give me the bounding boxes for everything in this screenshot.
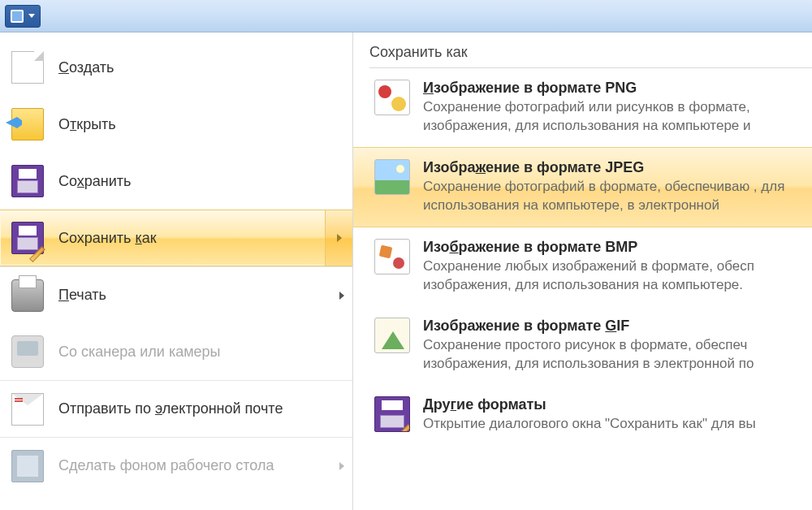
application-menu: Создать Открыть Сохранить Сохранить как … [0,32,812,510]
printer-icon [11,279,44,312]
menu-item-new[interactable]: Создать [0,39,352,96]
floppy-disk-pencil-icon [374,396,410,432]
option-desc: Сохранение простого рисунок в формате, о… [423,336,804,374]
file-menu-left: Создать Открыть Сохранить Сохранить как … [0,32,353,510]
floppy-disk-pencil-icon [11,222,44,254]
menu-item-email[interactable]: Отправить по электронной почте [0,380,352,437]
option-desc: Сохранение фотографий в формате, обеспеч… [423,178,804,215]
app-icon [11,10,24,23]
option-jpeg[interactable]: Изображение в формате JPEG Сохранение фо… [353,147,812,227]
option-other-formats[interactable]: Другие форматы Открытие диалогового окна… [369,385,812,445]
option-title: Изображение в формате PNG [423,80,804,97]
scanner-icon [11,335,44,368]
option-text: Изображение в формате PNG Сохранение фот… [423,80,804,136]
menu-item-scanner: Со сканера или камеры [0,323,352,380]
floppy-disk-icon [11,165,44,197]
open-folder-icon [11,108,44,140]
new-document-icon [11,51,44,84]
menu-label: Печать [58,287,341,304]
chevron-right-icon [339,292,344,300]
option-desc: Открытие диалогового окна "Сохранить как… [423,415,804,434]
option-title: Другие форматы [423,396,804,413]
envelope-icon [11,393,44,426]
option-desc: Сохранение любых изображений в формате, … [423,257,804,295]
quick-access-toolbar[interactable] [5,5,41,28]
option-desc: Сохранение фотографий или рисунков в фор… [423,98,804,136]
bmp-format-icon [374,239,410,274]
save-as-submenu: Сохранить как Изображение в формате PNG … [353,32,812,510]
option-text: Другие форматы Открытие диалогового окна… [423,396,804,434]
menu-label: Сохранить [58,173,341,190]
option-gif[interactable]: Изображение в формате GIF Сохранение про… [369,306,812,385]
option-title: Изображение в формате BMP [423,239,804,256]
png-format-icon [374,80,410,115]
option-bmp[interactable]: Изображение в формате BMP Сохранение люб… [369,227,812,306]
menu-label: Создать [58,59,341,76]
gif-format-icon [374,318,410,353]
menu-item-save[interactable]: Сохранить [0,153,352,210]
menu-label: Сохранить как [58,230,341,247]
option-text: Изображение в формате GIF Сохранение про… [423,318,804,374]
menu-item-print[interactable]: Печать [0,266,352,323]
chevron-right-icon [339,462,344,470]
chevron-right-icon [337,234,342,242]
option-text: Изображение в формате JPEG Сохранение фо… [423,159,804,215]
menu-item-save-as[interactable]: Сохранить как [0,210,352,266]
menu-label: Со сканера или камеры [58,344,341,361]
jpeg-format-icon [374,159,410,195]
desktop-wallpaper-icon [11,450,44,482]
menu-label: Отправить по электронной почте [58,400,341,417]
option-png[interactable]: Изображение в формате PNG Сохранение фот… [369,68,812,147]
menu-label: Открыть [58,116,341,133]
menu-item-wallpaper: Сделать фоном рабочего стола [0,437,352,494]
menu-label: Сделать фоном рабочего стола [58,457,341,474]
option-title: Изображение в формате GIF [423,318,804,335]
submenu-header: Сохранить как [369,44,812,68]
menu-item-open[interactable]: Открыть [0,96,352,153]
title-bar [0,0,812,32]
option-text: Изображение в формате BMP Сохранение люб… [423,239,804,295]
chevron-down-icon[interactable] [28,14,35,18]
option-title: Изображение в формате JPEG [423,159,804,176]
